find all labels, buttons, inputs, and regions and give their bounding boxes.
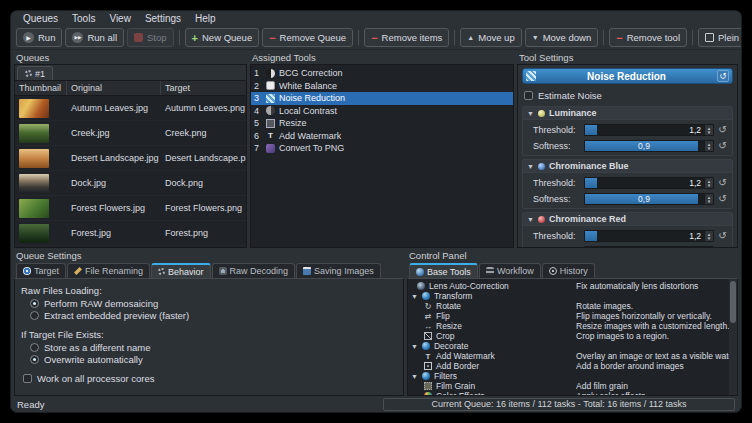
move-down-button[interactable]: ▼ Move down	[525, 28, 599, 47]
new-queue-button[interactable]: + New Queue	[185, 28, 260, 47]
queue-tab-1[interactable]: #1	[17, 66, 53, 80]
option-store-as-different-name[interactable]: Store as a different name	[21, 341, 397, 354]
tool-rotate[interactable]: ↻ Rotate Rotate images.	[408, 301, 737, 311]
tool-add-watermark[interactable]: T Add Watermark Overlay an image or text…	[408, 351, 737, 361]
tool-add-border[interactable]: Add Border Add a border around images	[408, 361, 737, 371]
tool-film-grain[interactable]: Film Grain Add film grain	[408, 381, 737, 391]
tab-saving-images[interactable]: Saving Images	[296, 263, 381, 278]
estimate-noise-checkbox[interactable]	[524, 91, 533, 100]
assigned-tool-resize[interactable]: 5 Resize	[251, 117, 513, 130]
remove-items-button[interactable]: − Remove items	[364, 28, 449, 47]
queue-item-row[interactable]: Forest Flowers.jpg Forest Flowers.png	[15, 196, 246, 221]
spinbox-arrows[interactable]: ▴▾	[704, 231, 713, 241]
reset-value-icon[interactable]: ↺	[717, 193, 728, 204]
estimate-noise-label: Estimate Noise	[538, 90, 602, 101]
radio-button[interactable]	[30, 343, 39, 352]
tool-description: Apply color effects	[576, 391, 737, 396]
spinbox-arrows[interactable]: ▴▾	[704, 125, 713, 135]
tab-label: Behavior	[168, 267, 204, 277]
luminance-group-header[interactable]: ▼ Luminance	[523, 107, 732, 120]
queue-item-row[interactable]: Desert Landscape.jpg Desert Landscape.pn…	[15, 146, 246, 171]
menu-view[interactable]: View	[103, 13, 137, 24]
column-target[interactable]: Target	[161, 81, 246, 95]
tool-flip[interactable]: ⇄ Flip Flip images horizontally or verti…	[408, 311, 737, 321]
option-extract-embedded-preview[interactable]: Extract embedded preview (faster)	[21, 310, 397, 323]
raw-files-loading-heading: Raw Files Loading:	[21, 284, 397, 297]
tab-history[interactable]: History	[542, 263, 595, 278]
assigned-tool-noise-reduction[interactable]: 3 Noise Reduction	[251, 92, 513, 105]
column-original[interactable]: Original	[67, 81, 161, 95]
spinbox-arrows[interactable]: ▴▾	[704, 194, 713, 204]
fullscreen-button[interactable]: Plein écran	[698, 28, 742, 47]
assigned-tool-local-contrast[interactable]: 4 Local Contrast	[251, 105, 513, 118]
tool-crop[interactable]: Crop Crop images to a region.	[408, 331, 737, 341]
tab-raw-decoding[interactable]: Raw Decoding	[212, 263, 296, 278]
reset-value-icon[interactable]: ↺	[717, 177, 728, 188]
option-work-on-all-cores[interactable]: Work on all processor cores	[21, 372, 397, 385]
softness-slider[interactable]: 0,9 ▴▾	[584, 246, 714, 249]
menu-settings[interactable]: Settings	[139, 13, 187, 24]
spinbox-arrows[interactable]: ▴▾	[704, 247, 713, 249]
threshold-slider[interactable]: 1,2 ▴▾	[584, 124, 714, 136]
tool-resize[interactable]: ↔ Resize Resize images with a customized…	[408, 321, 737, 331]
option-perform-raw-demosaicing[interactable]: Perform RAW demosaicing	[21, 297, 397, 310]
radio-button[interactable]	[30, 355, 39, 364]
group-decorate[interactable]: ▼ Decorate	[408, 341, 737, 351]
tool-color-effects[interactable]: Color Effects Apply color effects	[408, 391, 737, 396]
option-overwrite-automatically[interactable]: Overwrite automatically	[21, 354, 397, 367]
chrominance-blue-group-header[interactable]: ▼ Chrominance Blue	[523, 160, 732, 173]
tool-number: 5	[254, 118, 262, 128]
tab-base-tools[interactable]: Base Tools	[409, 263, 478, 278]
tool-number: 6	[254, 131, 262, 141]
group-filters[interactable]: ▼ Filters	[408, 371, 737, 381]
scrollbar-thumb[interactable]	[730, 281, 736, 323]
reset-value-icon[interactable]: ↺	[717, 124, 728, 135]
remove-tool-button[interactable]: − Remove tool	[609, 28, 687, 47]
run-all-button[interactable]: ▶▶ Run all	[65, 28, 124, 47]
chrominance-red-group-header[interactable]: ▼ Chrominance Red	[523, 213, 732, 226]
run-button[interactable]: ▶ Run	[16, 28, 62, 47]
tool-label: Add Border	[436, 361, 479, 371]
reset-value-icon[interactable]: ↺	[717, 140, 728, 151]
queue-item-row[interactable]: Dock.jpg Dock.png	[15, 171, 246, 196]
chrominance-blue-group: ▼ Chrominance Blue Threshold: 1,2 ▴▾ ↺	[522, 159, 733, 209]
radio-button[interactable]	[30, 311, 39, 320]
reset-value-icon[interactable]: ↺	[717, 230, 728, 241]
stop-label: Stop	[147, 32, 167, 43]
threshold-slider[interactable]: 1,2 ▴▾	[584, 177, 714, 189]
move-up-button[interactable]: ▲ Move up	[460, 28, 521, 47]
menu-tools[interactable]: Tools	[66, 13, 101, 24]
spinbox-arrows[interactable]: ▴▾	[704, 178, 713, 188]
radio-button[interactable]	[30, 299, 39, 308]
threshold-value: 1,2	[689, 178, 701, 188]
menu-help[interactable]: Help	[189, 13, 222, 24]
assigned-tool-convert-to-png[interactable]: 7 Convert To PNG	[251, 142, 513, 155]
column-thumbnail[interactable]: Thumbnail	[15, 81, 67, 95]
cores-checkbox[interactable]	[23, 374, 32, 383]
assigned-tool-white-balance[interactable]: 2 White Balance	[251, 80, 513, 93]
tab-workflow[interactable]: Workflow	[479, 263, 541, 278]
tab-label: Base Tools	[427, 267, 471, 277]
stop-button[interactable]: Stop	[127, 28, 174, 47]
assigned-tool-bcg-correction[interactable]: 1 BCG Correction	[251, 67, 513, 80]
softness-slider[interactable]: 0,9 ▴▾	[584, 193, 714, 205]
spinbox-arrows[interactable]: ▴▾	[704, 141, 713, 151]
tool-lens-auto-correction[interactable]: Lens Auto-Correction Fix automatically l…	[408, 281, 737, 291]
remove-queue-button[interactable]: − Remove Queue	[262, 28, 353, 47]
threshold-slider[interactable]: 1,2 ▴▾	[584, 230, 714, 242]
estimate-noise-option[interactable]: Estimate Noise	[524, 89, 733, 101]
queue-item-row[interactable]: Creek.jpg Creek.png	[15, 121, 246, 146]
thumbnail-forest	[19, 224, 49, 243]
reset-tool-settings-button[interactable]: ↺	[717, 70, 729, 82]
reset-value-icon[interactable]: ↺	[717, 246, 728, 248]
group-transform[interactable]: ▼ Transform	[408, 291, 737, 301]
queue-item-row[interactable]: Forest.jpg Forest.png	[15, 221, 246, 246]
tab-behavior[interactable]: Behavior	[151, 263, 211, 278]
tab-file-renaming[interactable]: File Renaming	[67, 263, 150, 278]
assigned-tool-add-watermark[interactable]: 6 T Add Watermark	[251, 130, 513, 143]
softness-slider[interactable]: 0,9 ▴▾	[584, 140, 714, 152]
tab-target[interactable]: Target	[16, 263, 66, 278]
menu-queues[interactable]: Queues	[17, 13, 64, 24]
scrollbar-track[interactable]	[729, 279, 737, 395]
queue-item-row[interactable]: Autumn Leaves.jpg Autumn Leaves.png	[15, 96, 246, 121]
